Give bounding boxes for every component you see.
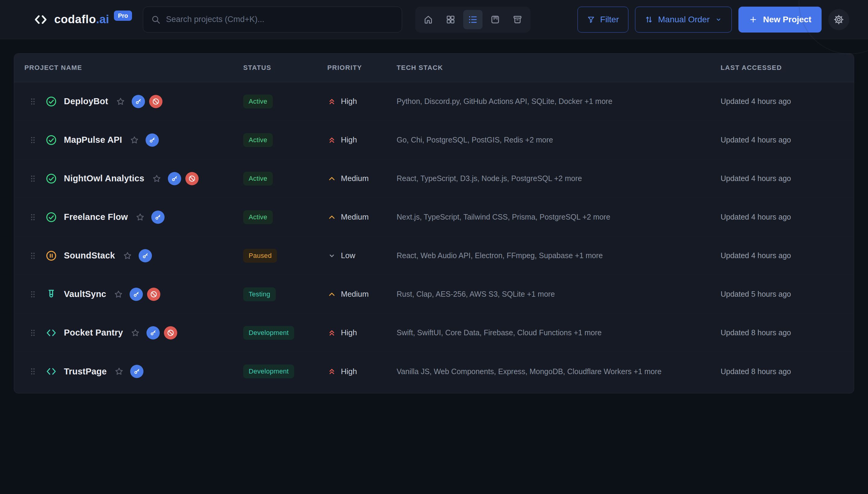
- table-row[interactable]: NightOwl AnalyticsActiveMediumReact, Typ…: [14, 159, 854, 198]
- blocked-badge[interactable]: [149, 95, 163, 108]
- search-input[interactable]: [166, 15, 394, 24]
- view-mode-kanban-button[interactable]: [485, 10, 505, 29]
- plus-icon: [749, 15, 758, 24]
- search-bar[interactable]: [143, 7, 402, 33]
- column-header-last-accessed: LAST ACCESSED: [721, 64, 854, 72]
- priority-label: Medium: [341, 212, 369, 222]
- api-key-badge[interactable]: [151, 211, 165, 224]
- drag-handle-icon[interactable]: [28, 213, 37, 222]
- priority-high-icon: [327, 328, 336, 337]
- view-mode-grid-button[interactable]: [441, 10, 460, 29]
- key-icon: [134, 98, 142, 106]
- blocked-badge[interactable]: [185, 172, 199, 185]
- project-name[interactable]: MapPulse API: [64, 135, 122, 145]
- status-badge: Development: [243, 326, 294, 340]
- table-row[interactable]: Pocket PantryDevelopmentHighSwift, Swift…: [14, 314, 854, 352]
- table-row[interactable]: MapPulse APIActiveHighGo, Chi, PostgreSQ…: [14, 121, 854, 159]
- api-key-badge[interactable]: [132, 95, 145, 108]
- table-row[interactable]: DeployBotActiveHighPython, Discord.py, G…: [14, 82, 854, 121]
- star-icon[interactable]: [130, 328, 141, 338]
- sort-order-label: Manual Order: [658, 15, 710, 24]
- project-badges: [168, 172, 199, 185]
- drag-handle-icon[interactable]: [28, 174, 37, 183]
- project-name[interactable]: Pocket Pantry: [64, 328, 123, 338]
- table-row[interactable]: SoundStackPausedLowReact, Web Audio API,…: [14, 236, 854, 275]
- star-icon[interactable]: [114, 366, 124, 377]
- key-icon: [132, 290, 140, 298]
- logo-suffix: .ai: [96, 13, 109, 25]
- home-icon: [423, 15, 433, 25]
- api-key-badge[interactable]: [168, 172, 181, 185]
- star-icon[interactable]: [152, 173, 162, 184]
- drag-handle-icon[interactable]: [28, 328, 37, 337]
- new-project-button[interactable]: New Project: [738, 7, 821, 33]
- project-name[interactable]: VaultSync: [64, 289, 106, 299]
- star-icon[interactable]: [115, 96, 126, 107]
- column-header-status: STATUS: [243, 64, 327, 72]
- blocked-badge[interactable]: [164, 326, 177, 340]
- blocked-badge[interactable]: [147, 288, 160, 301]
- priority-high-icon: [327, 367, 336, 376]
- project-name[interactable]: TrustPage: [64, 366, 107, 377]
- tech-stack: React, Web Audio API, Electron, FFmpeg, …: [396, 251, 721, 260]
- check-circle-icon: [45, 211, 57, 223]
- api-key-badge[interactable]: [130, 365, 144, 378]
- drag-handle-icon[interactable]: [28, 367, 37, 376]
- key-icon: [154, 213, 162, 221]
- drag-handle-icon[interactable]: [28, 97, 37, 106]
- priority-high-icon: [327, 136, 336, 145]
- beaker-icon: [45, 288, 57, 300]
- drag-handle-icon[interactable]: [28, 251, 37, 260]
- star-icon[interactable]: [122, 251, 133, 261]
- project-name[interactable]: Freelance Flow: [64, 212, 128, 222]
- project-name[interactable]: NightOwl Analytics: [64, 173, 144, 184]
- api-key-badge[interactable]: [146, 133, 159, 147]
- table-row[interactable]: VaultSyncTestingMediumRust, Clap, AES-25…: [14, 275, 854, 314]
- view-mode-archive-button[interactable]: [508, 10, 527, 29]
- table-row[interactable]: Freelance FlowActiveMediumNext.js, TypeS…: [14, 198, 854, 236]
- star-icon[interactable]: [135, 212, 145, 222]
- check-circle-icon: [45, 95, 57, 108]
- drag-handle-icon[interactable]: [28, 290, 37, 299]
- last-accessed: Updated 8 hours ago: [721, 328, 854, 337]
- star-icon[interactable]: [113, 289, 124, 299]
- projects-table: PROJECT NAME STATUS PRIORITY TECH STACK …: [14, 53, 854, 393]
- tech-stack: Go, Chi, PostgreSQL, PostGIS, Redis +2 m…: [396, 136, 721, 144]
- column-header-priority: PRIORITY: [327, 64, 396, 72]
- ban-icon: [152, 98, 160, 106]
- api-key-badge[interactable]: [146, 326, 160, 340]
- view-mode-list-button[interactable]: [463, 10, 482, 29]
- api-key-badge[interactable]: [130, 288, 143, 301]
- grid-icon: [445, 15, 456, 25]
- last-accessed: Updated 4 hours ago: [721, 174, 854, 183]
- project-badges: [151, 211, 165, 224]
- sort-order-button[interactable]: Manual Order: [635, 7, 732, 33]
- star-icon[interactable]: [129, 135, 140, 145]
- key-icon: [141, 252, 149, 260]
- funnel-icon: [587, 15, 595, 24]
- filter-button[interactable]: Filter: [577, 7, 628, 33]
- toolbar-actions: Filter Manual Order New Project: [577, 7, 849, 33]
- key-icon: [171, 175, 179, 183]
- priority-label: High: [341, 367, 357, 376]
- code-brackets-icon: [45, 365, 57, 377]
- project-name[interactable]: SoundStack: [64, 251, 115, 261]
- pro-badge: Pro: [114, 11, 132, 21]
- code-brackets-icon: [45, 327, 57, 339]
- priority-medium-icon: [327, 213, 336, 222]
- view-mode-home-button[interactable]: [419, 10, 438, 29]
- last-accessed: Updated 4 hours ago: [721, 97, 854, 106]
- drag-handle-icon[interactable]: [28, 136, 37, 145]
- status-badge: Active: [243, 172, 273, 186]
- settings-button[interactable]: [828, 9, 849, 30]
- table-row[interactable]: TrustPageDevelopmentHighVanilla JS, Web …: [14, 352, 854, 391]
- priority-low-icon: [327, 251, 336, 260]
- gear-icon: [833, 14, 844, 25]
- project-name[interactable]: DeployBot: [64, 96, 108, 106]
- priority-medium-icon: [327, 290, 336, 299]
- api-key-badge[interactable]: [138, 249, 152, 262]
- view-switcher: [415, 7, 531, 33]
- new-project-label: New Project: [763, 15, 811, 24]
- logo[interactable]: codaflo.ai Pro: [33, 12, 132, 27]
- status-badge: Paused: [243, 249, 277, 263]
